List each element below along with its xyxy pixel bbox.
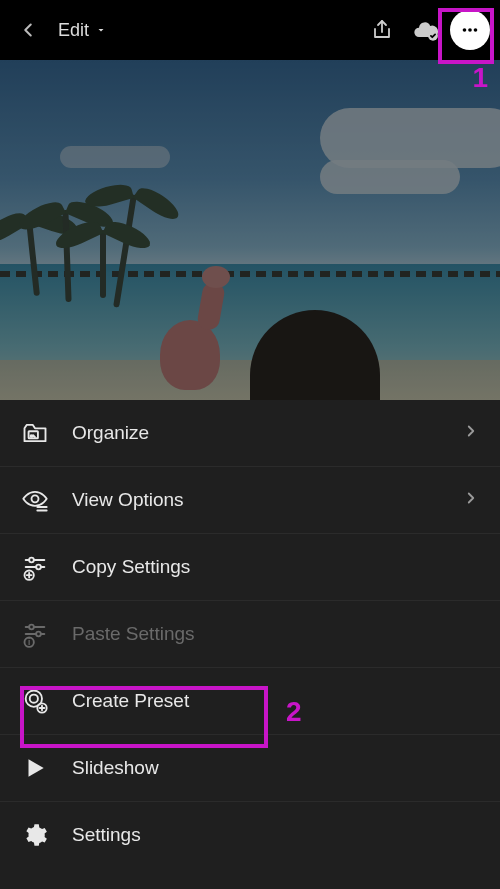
- paste-settings-icon: i: [20, 619, 50, 649]
- svg-point-6: [32, 495, 39, 502]
- menu-item-label: Slideshow: [72, 757, 480, 779]
- menu-item-label: Organize: [72, 422, 440, 444]
- menu-item-view-options[interactable]: View Options: [0, 467, 500, 534]
- cloud-sync-button[interactable]: [404, 8, 448, 52]
- slideshow-icon: [20, 753, 50, 783]
- gear-icon: [22, 822, 48, 848]
- more-options-button[interactable]: [448, 8, 492, 52]
- copy-settings-icon: [20, 552, 50, 582]
- svg-point-3: [474, 28, 478, 32]
- menu-item-label: Settings: [72, 824, 480, 846]
- menu-item-slideshow[interactable]: Slideshow: [0, 735, 500, 802]
- menu-item-paste-settings: i Paste Settings: [0, 601, 500, 668]
- menu-item-settings[interactable]: Settings: [0, 802, 500, 868]
- caret-down-icon: [95, 24, 107, 36]
- menu-item-label: View Options: [72, 489, 440, 511]
- play-icon: [22, 755, 48, 781]
- back-button[interactable]: [8, 10, 48, 50]
- svg-point-1: [463, 28, 467, 32]
- menu-item-organize[interactable]: Organize: [0, 400, 500, 467]
- more-horizontal-icon: [459, 19, 481, 41]
- settings-icon: [20, 820, 50, 850]
- top-bar: Edit: [0, 0, 500, 60]
- menu-item-create-preset[interactable]: Create Preset: [0, 668, 500, 735]
- svg-text:i: i: [28, 638, 30, 647]
- mode-label: Edit: [58, 20, 89, 41]
- annotation-callout-2: 2: [286, 696, 302, 728]
- create-preset-icon: [20, 686, 50, 716]
- svg-point-23: [30, 695, 38, 703]
- chevron-right-icon: [462, 489, 480, 512]
- annotation-callout-1: 1: [472, 62, 488, 94]
- menu-item-label: Create Preset: [72, 690, 480, 712]
- share-button[interactable]: [360, 8, 404, 52]
- share-icon: [370, 18, 394, 42]
- view-options-icon: [20, 485, 50, 515]
- menu-item-copy-settings[interactable]: Copy Settings: [0, 534, 500, 601]
- svg-point-10: [29, 558, 34, 563]
- svg-point-2: [468, 28, 472, 32]
- more-options-menu: Organize View Options Copy Settings: [0, 400, 500, 889]
- organize-icon: [20, 418, 50, 448]
- chevron-right-icon: [462, 422, 480, 445]
- menu-item-label: Paste Settings: [72, 623, 480, 645]
- chevron-left-icon: [17, 19, 39, 41]
- svg-point-17: [29, 625, 34, 630]
- menu-item-label: Copy Settings: [72, 556, 480, 578]
- svg-point-12: [36, 565, 41, 570]
- svg-point-19: [36, 632, 41, 637]
- photo-preview: [0, 60, 500, 400]
- cloud-check-icon: [412, 16, 440, 44]
- mode-dropdown[interactable]: Edit: [48, 14, 117, 47]
